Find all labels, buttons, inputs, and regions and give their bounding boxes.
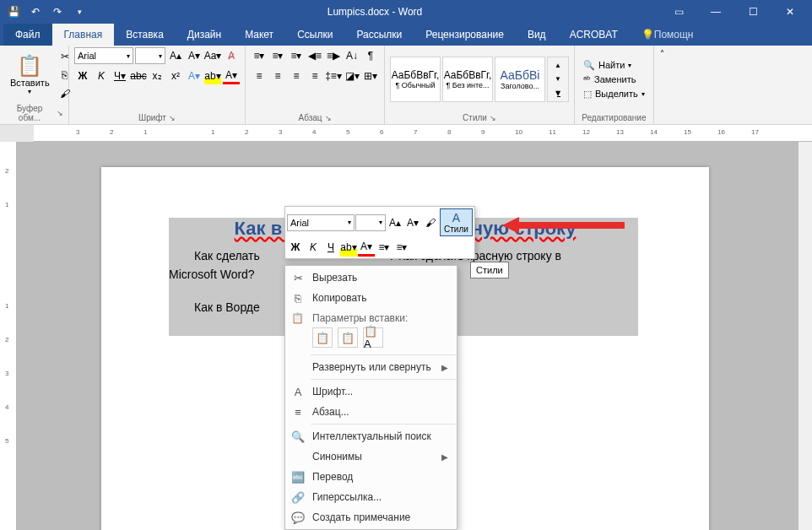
tab-home[interactable]: Главная <box>52 24 115 46</box>
ctx-expand-collapse[interactable]: Развернуть или свернуть▶ <box>285 357 457 377</box>
tab-view[interactable]: Вид <box>516 24 558 46</box>
ctx-hyperlink[interactable]: 🔗Гиперссылка... <box>285 487 457 507</box>
align-left-icon[interactable]: ≡ <box>251 68 268 84</box>
translate-icon: 🔤 <box>291 471 305 484</box>
style-normal[interactable]: АаБбВвГг, ¶ Обычный <box>390 57 441 102</box>
styles-more-icon[interactable]: ▼̲ <box>549 88 566 100</box>
show-marks-icon[interactable]: ¶ <box>362 47 379 64</box>
dialog-launcher-icon[interactable]: ↘ <box>57 109 63 117</box>
font-size-combo[interactable]: ▾ <box>135 47 165 64</box>
maximize-icon[interactable]: ☐ <box>734 0 771 24</box>
tab-acrobat[interactable]: ACROBAT <box>558 24 630 46</box>
dialog-launcher-icon[interactable]: ↘ <box>325 114 332 122</box>
decrease-indent-icon[interactable]: ◀≡ <box>306 47 323 64</box>
font-icon: A <box>291 386 305 398</box>
mini-format-painter-icon[interactable]: 🖌 <box>422 214 439 232</box>
strike-button[interactable]: abc <box>130 68 147 84</box>
text-effects-icon[interactable]: A▾ <box>186 68 203 84</box>
bullets-icon[interactable]: ≡▾ <box>251 47 268 64</box>
ctx-font[interactable]: AШрифт... <box>285 381 457 402</box>
align-center-icon[interactable]: ≡ <box>269 68 286 84</box>
shrink-font-icon[interactable]: A▾ <box>186 47 203 64</box>
minimize-icon[interactable]: — <box>697 0 734 24</box>
multilevel-icon[interactable]: ≡▾ <box>288 47 305 64</box>
ctx-smart-lookup[interactable]: 🔍Интеллектуальный поиск <box>285 426 457 446</box>
find-button[interactable]: 🔍Найти▾ <box>583 60 645 71</box>
dialog-launcher-icon[interactable]: ↘ <box>490 114 496 122</box>
font-name-combo[interactable]: Arial▾ <box>74 47 133 64</box>
change-case-icon[interactable]: Aa▾ <box>204 47 221 64</box>
vertical-scrollbar[interactable] <box>798 142 812 530</box>
italic-button[interactable]: K <box>93 68 110 84</box>
style-nospacing[interactable]: АаБбВвГг, ¶ Без инте... <box>442 57 493 102</box>
mini-italic-button[interactable]: K <box>305 238 322 257</box>
tab-insert[interactable]: Вставка <box>114 24 176 46</box>
font-color-icon[interactable]: A▾ <box>223 68 240 84</box>
increase-indent-icon[interactable]: ≡▶ <box>325 47 342 64</box>
mini-numbering-icon[interactable]: ≡▾ <box>393 238 410 257</box>
dialog-launcher-icon[interactable]: ↘ <box>169 114 176 122</box>
paste-merge-icon[interactable]: 📋 <box>338 327 358 348</box>
borders-icon[interactable]: ⊞▾ <box>362 68 379 84</box>
mini-styles-button[interactable]: A Стили <box>440 208 473 236</box>
ctx-copy[interactable]: ⎘Копировать <box>285 288 457 308</box>
styles-scroll-up-icon[interactable]: ▲ <box>549 59 566 71</box>
ribbon-options-icon[interactable]: ▭ <box>660 0 697 24</box>
clear-format-icon[interactable]: A̷ <box>223 47 240 64</box>
tab-mailings[interactable]: Рассылки <box>344 24 414 46</box>
tell-me[interactable]: 💡 Помощн <box>630 24 706 46</box>
paste-keep-source-icon[interactable]: 📋 <box>312 327 333 348</box>
align-right-icon[interactable]: ≡ <box>288 68 305 84</box>
mini-font-name[interactable]: Arial▾ <box>287 214 355 231</box>
grow-font-icon[interactable]: A▴ <box>167 47 184 64</box>
group-label: Абзац <box>298 113 322 122</box>
paste-button[interactable]: 📋 Вставить ▾ <box>5 51 55 99</box>
line-spacing-icon[interactable]: ‡≡▾ <box>325 68 342 84</box>
window-title: Lumpics.docx - Word <box>89 6 660 18</box>
tab-design[interactable]: Дизайн <box>176 24 233 46</box>
collapse-ribbon-icon[interactable]: ˄ <box>660 49 664 58</box>
highlight-icon[interactable]: ab▾ <box>204 68 221 84</box>
ctx-cut[interactable]: ✂Вырезать <box>285 268 457 288</box>
save-icon[interactable]: 💾 <box>3 2 24 22</box>
mini-bold-button[interactable]: Ж <box>287 238 304 257</box>
mini-font-size[interactable]: ▾ <box>355 214 386 231</box>
redo-icon[interactable]: ↷ <box>47 2 68 22</box>
undo-icon[interactable]: ↶ <box>25 2 46 22</box>
horizontal-ruler[interactable]: 321 123 456 789 101112 131415 1617 <box>34 125 812 142</box>
vertical-ruler[interactable]: 2 1 1 2 3 4 5 <box>0 142 17 530</box>
group-label: Стили <box>463 113 487 122</box>
superscript-button[interactable]: x² <box>167 68 184 84</box>
subscript-button[interactable]: x₂ <box>149 68 165 84</box>
tab-references[interactable]: Ссылки <box>285 24 344 46</box>
mini-bullets-icon[interactable]: ≡▾ <box>376 238 392 257</box>
select-button[interactable]: ⬚Выделить▾ <box>583 89 645 100</box>
ctx-synonyms[interactable]: Синонимы▶ <box>285 446 457 467</box>
ctx-comment[interactable]: 💬Создать примечание <box>285 507 457 527</box>
underline-button[interactable]: Ч▾ <box>111 68 128 84</box>
mini-grow-font-icon[interactable]: A▴ <box>387 214 403 232</box>
mini-underline-button[interactable]: Ч <box>322 238 339 257</box>
tab-layout[interactable]: Макет <box>233 24 285 46</box>
ruler-area: 321 123 456 789 101112 131415 1617 <box>0 125 812 142</box>
replace-icon: ᵃᵇ <box>583 74 591 85</box>
ctx-paragraph[interactable]: ≡Абзац... <box>285 402 457 422</box>
qat-customize-icon[interactable]: ▾ <box>69 2 89 22</box>
close-icon[interactable]: ✕ <box>771 0 809 24</box>
paste-text-only-icon[interactable]: 📋A <box>363 327 383 348</box>
justify-icon[interactable]: ≡ <box>306 68 323 84</box>
mini-shrink-font-icon[interactable]: A▾ <box>404 214 421 232</box>
annotation-arrow-icon <box>502 213 629 249</box>
mini-highlight-icon[interactable]: ab▾ <box>340 238 357 257</box>
styles-scroll-down-icon[interactable]: ▼ <box>549 73 566 85</box>
sort-icon[interactable]: A↓ <box>344 47 360 64</box>
tab-review[interactable]: Рецензирование <box>414 24 516 46</box>
mini-font-color-icon[interactable]: A▾ <box>358 238 375 257</box>
tab-file[interactable]: Файл <box>3 24 52 46</box>
shading-icon[interactable]: ◪▾ <box>344 68 360 84</box>
style-heading1[interactable]: АаБбВі Заголово... <box>495 57 545 102</box>
replace-button[interactable]: ᵃᵇЗаменить <box>583 74 645 85</box>
ctx-translate[interactable]: 🔤Перевод <box>285 467 457 487</box>
bold-button[interactable]: Ж <box>74 68 91 84</box>
numbering-icon[interactable]: ≡▾ <box>269 47 286 64</box>
